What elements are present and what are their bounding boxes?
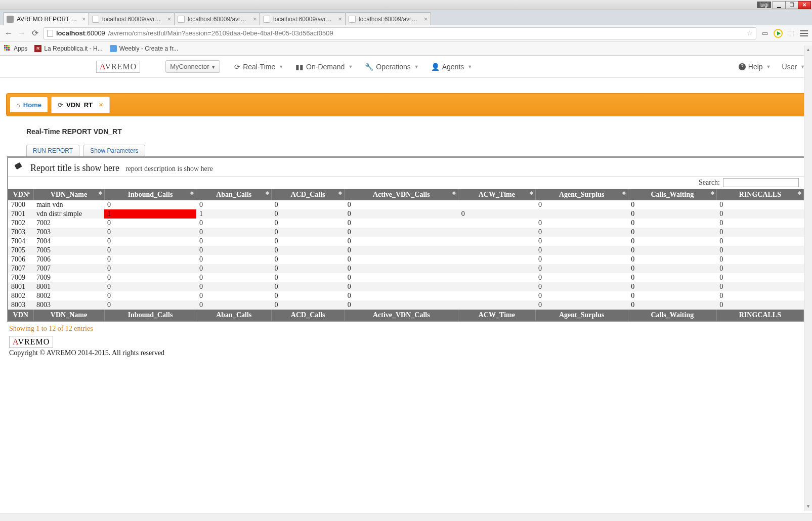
cell-name: 8002 [33,291,104,300]
show-parameters-button[interactable]: Show Parameters [83,145,145,156]
browser-tab[interactable]: AVREMO REPORT EXPLOR × [3,12,89,25]
browser-tab[interactable]: localhost:60009/avremo/c × [89,12,175,25]
tab-close-icon[interactable]: ✕ [99,102,103,108]
browser-tab[interactable]: localhost:60009/avremo/c × [345,12,431,25]
site-info-icon[interactable] [47,30,53,37]
cell-waiting: 0 [628,209,716,219]
cell-inbound: 0 [104,237,196,246]
table-row: 700470040000000 [8,237,804,246]
search-input[interactable] [723,178,799,187]
bookmark-item[interactable]: Weebly - Create a fr... [110,45,179,52]
bookmark-item[interactable]: Apps [4,45,27,52]
report-header-desc: report description is show here [125,165,213,173]
tab-close-icon[interactable]: × [82,16,86,23]
cell-aban: 0 [196,228,272,237]
cell-waiting: 0 [628,282,716,291]
nav-agents[interactable]: 👤Agents▼ [431,63,473,71]
col-ringcalls[interactable]: RINGCALLS◆ [716,189,803,200]
tab-close-icon[interactable]: × [338,16,342,23]
cell-aban: 0 [196,255,272,264]
cell-aban: 0 [196,300,272,310]
col-acd_calls[interactable]: ACD_Calls◆ [272,189,345,200]
cell-active: 0 [345,264,458,273]
nav-ondemand[interactable]: ▮▮On-Demand▼ [295,63,353,71]
cell-inbound: 0 [104,300,196,310]
col-calls_waiting[interactable]: Calls_Waiting◆ [628,189,716,200]
star-icon[interactable]: ☆ [747,29,753,37]
tab-home[interactable]: ⌂ Home [10,97,48,113]
browser-tab[interactable]: localhost:60009/avremo/c × [174,12,260,25]
close-button[interactable]: ✕ [798,1,811,9]
cell-inbound: 0 [104,264,196,273]
cell-inbound: 0 [104,228,196,237]
col-active_vdn_calls[interactable]: Active_VDN_Calls◆ [345,189,458,200]
address-bar[interactable]: localhost:60009/avremo/cms/restful/Main?… [44,27,756,39]
col-inbound_calls[interactable]: Inbound_Calls◆ [104,189,196,200]
minimize-button[interactable]: ▁ [773,1,786,9]
extension-play-icon[interactable] [774,29,783,38]
col-agent_surplus[interactable]: Agent_Surplus◆ [535,189,628,200]
back-button[interactable]: ← [4,29,13,38]
help-menu[interactable]: ?Help▼ [739,63,771,71]
cell-acw [458,237,535,246]
vertical-scrollbar[interactable]: ▲ ▼ [804,46,812,357]
cell-ring: 0 [716,237,803,246]
foot-vdn_name: VDN_Name [33,310,104,321]
bookmark-item[interactable]: RLa Repubblica.it - H... [34,45,102,52]
browser-tab-strip: AVREMO REPORT EXPLOR × localhost:60009/a… [0,10,812,25]
table-row: 700970090000000 [8,273,804,282]
wrench-icon: 🔧 [365,63,373,71]
cell-active: 0 [345,282,458,291]
cell-waiting: 0 [628,246,716,255]
cell-acw [458,273,535,282]
plug-icon [13,161,24,171]
cell-waiting: 0 [628,255,716,264]
search-row: Search: [8,177,804,189]
nav-operations[interactable]: 🔧Operations▼ [365,63,418,71]
search-label: Search: [699,179,720,187]
report-controls: RUN REPORT Show Parameters [26,145,812,156]
tab-close-icon[interactable]: × [424,16,428,23]
extension-icon[interactable]: ⬚ [787,29,796,38]
cell-aban: 0 [196,282,272,291]
col-aban_calls[interactable]: Aban_Calls◆ [196,189,272,200]
reload-button[interactable]: ⟳ [30,29,39,38]
cell-surplus: 0 [535,273,628,282]
maximize-button[interactable]: ❐ [785,1,798,9]
cell-name: vdn distr simple [33,209,104,219]
cell-acw [458,300,535,310]
chrome-menu-icon[interactable] [800,30,808,36]
nav-realtime[interactable]: ⟳Real-Time▼ [234,63,283,71]
table-row: 700770070000000 [8,264,804,273]
browser-tab[interactable]: localhost:60009/avremo/c × [260,12,346,25]
bookmark-icon: R [34,45,41,52]
page-tab-bar: ⌂ Home ⟳ VDN_RT ✕ [6,93,806,116]
col-vdn_name[interactable]: VDN_Name◆ [33,189,104,200]
cell-inbound: 0 [104,282,196,291]
connector-dropdown[interactable]: MyConnector ▼ [165,60,220,73]
run-report-button[interactable]: RUN REPORT [26,145,79,156]
cell-acd: 0 [272,237,345,246]
entries-info: Showing 1 to 12 of 12 entries [9,325,812,333]
cell-surplus: 0 [535,219,628,228]
tab-close-icon[interactable]: × [167,16,171,23]
table-row: 700670060000000 [8,255,804,264]
cell-surplus: 0 [535,246,628,255]
col-acw_time[interactable]: ACW_Time◆ [458,189,535,200]
cell-active: 0 [345,209,458,219]
forward-button[interactable]: → [17,29,26,38]
col-vdn[interactable]: VDN▲ [8,189,33,200]
cast-icon[interactable]: ▭ [760,29,770,38]
user-menu[interactable]: User▼ [782,63,805,71]
cell-name: 8003 [33,300,104,310]
tab-vdn-rt[interactable]: ⟳ VDN_RT ✕ [51,97,110,113]
cell-surplus: 0 [535,291,628,300]
cell-active: 0 [345,246,458,255]
cell-aban: 0 [196,200,272,209]
cell-inbound: 0 [104,255,196,264]
apps-icon [4,45,11,52]
tab-close-icon[interactable]: × [253,16,257,23]
cell-ring: 0 [716,291,803,300]
bookmark-label: La Repubblica.it - H... [44,45,102,52]
cell-name: 7005 [33,246,104,255]
